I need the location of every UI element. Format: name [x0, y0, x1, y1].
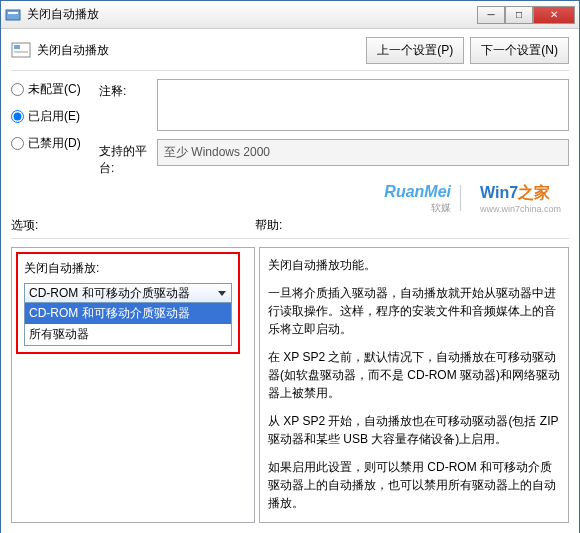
radio-enabled-label: 已启用(E)	[28, 108, 80, 125]
drive-type-dropdown: CD-ROM 和可移动介质驱动器 所有驱动器	[24, 302, 232, 346]
win7-logo: Win7之家 www.win7china.com	[480, 183, 561, 214]
policy-title: 关闭自动播放	[37, 42, 366, 59]
radio-not-configured[interactable]: 未配置(C)	[11, 81, 91, 98]
app-icon	[5, 7, 21, 23]
header-row: 关闭自动播放 上一个设置(P) 下一个设置(N)	[11, 37, 569, 64]
autoplay-off-label: 关闭自动播放:	[24, 260, 232, 277]
nav-buttons: 上一个设置(P) 下一个设置(N)	[366, 37, 569, 64]
maximize-button[interactable]: □	[505, 6, 533, 24]
ruanmei-sub: 软媒	[384, 201, 451, 215]
help-label: 帮助:	[255, 217, 569, 234]
ruanmei-logo: RuanMei 软媒	[384, 183, 451, 215]
dropdown-item-cdrom[interactable]: CD-ROM 和可移动介质驱动器	[25, 303, 231, 324]
divider	[11, 70, 569, 71]
next-setting-button[interactable]: 下一个设置(N)	[470, 37, 569, 64]
options-label: 选项:	[11, 217, 255, 234]
ruanmei-text: RuanMei	[384, 183, 451, 200]
policy-icon	[11, 42, 31, 60]
divider-2	[11, 238, 569, 239]
dialog-window: 关闭自动播放 ─ □ ✕ 关闭自动播放 上一个设置(P) 下一个设置(N) 未配…	[0, 0, 580, 533]
drive-type-select[interactable]: CD-ROM 和可移动介质驱动器	[24, 283, 232, 303]
watermark-area: RuanMei 软媒 Win7之家 www.win7china.com	[11, 183, 569, 211]
select-value: CD-ROM 和可移动介质驱动器	[29, 285, 190, 302]
section-labels: 选项: 帮助:	[11, 217, 569, 234]
radio-group: 未配置(C) 已启用(E) 已禁用(D)	[11, 79, 91, 185]
radio-disabled[interactable]: 已禁用(D)	[11, 135, 91, 152]
svg-rect-4	[14, 51, 28, 53]
config-area: 未配置(C) 已启用(E) 已禁用(D) 注释: 支持的平台:	[11, 79, 569, 185]
platform-value: 至少 Windows 2000	[157, 139, 569, 166]
win7-suffix: 之家	[518, 184, 550, 201]
window-controls: ─ □ ✕	[477, 6, 575, 24]
radio-enabled[interactable]: 已启用(E)	[11, 108, 91, 125]
help-p5: 如果启用此设置，则可以禁用 CD-ROM 和可移动介质驱动器上的自动播放，也可以…	[268, 458, 560, 512]
help-p4: 从 XP SP2 开始，自动播放也在可移动驱动器(包括 ZIP 驱动器和某些 U…	[268, 412, 560, 448]
win7-url: www.win7china.com	[480, 204, 561, 214]
window-title: 关闭自动播放	[27, 6, 477, 23]
options-panel: 关闭自动播放: CD-ROM 和可移动介质驱动器 CD-ROM 和可移动介质驱动…	[11, 247, 255, 523]
svg-rect-3	[14, 45, 20, 49]
platform-row: 支持的平台: 至少 Windows 2000	[99, 139, 569, 177]
panels: 关闭自动播放: CD-ROM 和可移动介质驱动器 CD-ROM 和可移动介质驱动…	[11, 247, 569, 523]
radio-not-configured-label: 未配置(C)	[28, 81, 81, 98]
svg-rect-1	[8, 12, 18, 14]
comment-input[interactable]	[157, 79, 569, 131]
dialog-content: 关闭自动播放 上一个设置(P) 下一个设置(N) 未配置(C) 已启用(E)	[1, 29, 579, 529]
dropdown-item-all[interactable]: 所有驱动器	[25, 324, 231, 345]
help-p3: 在 XP SP2 之前，默认情况下，自动播放在可移动驱动器(如软盘驱动器，而不是…	[268, 348, 560, 402]
platform-label: 支持的平台:	[99, 139, 151, 177]
prev-setting-button[interactable]: 上一个设置(P)	[366, 37, 464, 64]
help-panel[interactable]: 关闭自动播放功能。 一旦将介质插入驱动器，自动播放就开始从驱动器中进行读取操作。…	[259, 247, 569, 523]
radio-disabled-input[interactable]	[11, 137, 24, 150]
radio-not-configured-input[interactable]	[11, 83, 24, 96]
radio-enabled-input[interactable]	[11, 110, 24, 123]
select-wrap: CD-ROM 和可移动介质驱动器 CD-ROM 和可移动介质驱动器 所有驱动器	[24, 283, 232, 346]
watermark-divider	[460, 185, 461, 211]
minimize-button[interactable]: ─	[477, 6, 505, 24]
radio-disabled-label: 已禁用(D)	[28, 135, 81, 152]
config-right-col: 注释: 支持的平台: 至少 Windows 2000	[99, 79, 569, 185]
help-p1: 关闭自动播放功能。	[268, 256, 560, 274]
win7-text: Win7	[480, 184, 518, 201]
comment-label: 注释:	[99, 79, 151, 100]
help-p2: 一旦将介质插入驱动器，自动播放就开始从驱动器中进行读取操作。这样，程序的安装文件…	[268, 284, 560, 338]
close-button[interactable]: ✕	[533, 6, 575, 24]
highlight-box: 关闭自动播放: CD-ROM 和可移动介质驱动器 CD-ROM 和可移动介质驱动…	[16, 252, 240, 354]
titlebar: 关闭自动播放 ─ □ ✕	[1, 1, 579, 29]
svg-rect-0	[6, 10, 20, 20]
help-p6: 此设置禁用其他类型的驱动器上的自动播放。无法使用此设置在默认情况下已禁用的自动播…	[268, 522, 560, 523]
comment-row: 注释:	[99, 79, 569, 131]
